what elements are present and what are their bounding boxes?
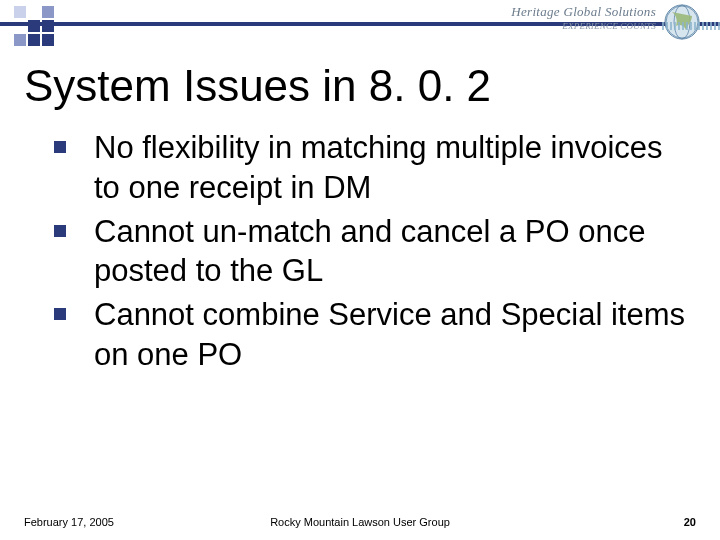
list-item: Cannot un-match and cancel a PO once pos…: [48, 212, 690, 291]
slide-title: System Issues in 8. 0. 2: [0, 48, 720, 116]
brand-block: Heritage Global Solutions EXPERIENCE COU…: [511, 4, 656, 31]
header-squares-icon: [14, 6, 54, 46]
brand-tagline: EXPERIENCE COUNTS: [511, 21, 656, 31]
header-dots-icon: [662, 22, 720, 30]
list-item: No flexibility in matching multiple invo…: [48, 128, 690, 207]
bullet-list: No flexibility in matching multiple invo…: [48, 128, 690, 374]
slide-header: Heritage Global Solutions EXPERIENCE COU…: [0, 0, 720, 48]
brand-name: Heritage Global Solutions: [511, 4, 656, 20]
footer-center: Rocky Mountain Lawson User Group: [270, 516, 450, 528]
slide-body: No flexibility in matching multiple invo…: [0, 116, 720, 374]
page-number: 20: [684, 516, 696, 528]
footer-date: February 17, 2005: [24, 516, 114, 528]
list-item: Cannot combine Service and Special items…: [48, 295, 690, 374]
slide-footer: February 17, 2005 Rocky Mountain Lawson …: [0, 516, 720, 528]
